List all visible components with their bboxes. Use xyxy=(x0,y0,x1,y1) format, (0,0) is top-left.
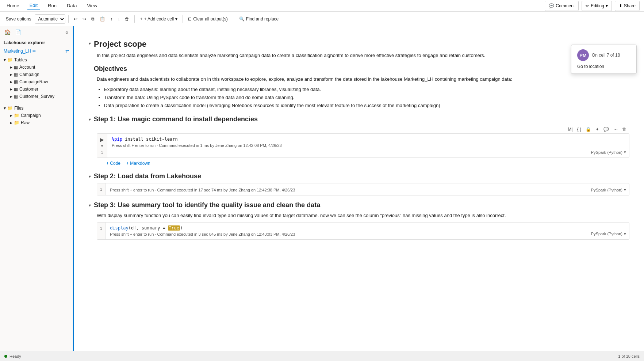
location-popup: PM On cell 7 of 18 Go to location xyxy=(571,45,637,74)
cell1-more-btn[interactable]: ⋯ xyxy=(612,126,619,133)
tables-header[interactable]: ▾ 📁 Tables xyxy=(0,56,73,64)
sidebar-icon-row: 🏠 📄 « xyxy=(0,26,73,38)
objectives-title: Objectives xyxy=(94,65,127,73)
tables-section: ▾ 📁 Tables ▸ ▦ Account ▸ ▦ Campaign ▸ ▦ … xyxy=(0,55,73,102)
paste-button[interactable]: 📋 xyxy=(97,14,107,24)
edit-icon: ✏ xyxy=(586,3,589,8)
step1-title: Step 1: Use magic command to install dep… xyxy=(94,115,258,123)
step2-cell-container: 1 Press shift + enter to run · Command e… xyxy=(97,183,629,195)
share-icon: ⬆ xyxy=(619,3,622,8)
ready-indicator xyxy=(4,355,7,358)
sidebar-item-campaign[interactable]: ▸ ▦ Campaign xyxy=(0,71,73,78)
save-group: Save options Automatic xyxy=(3,14,65,24)
cell1-collapse-btn[interactable]: ▾ xyxy=(101,144,103,148)
sidebar-item-raw[interactable]: ▸ 📁 Raw xyxy=(0,119,73,126)
expand-icon-2: ▸ xyxy=(10,72,12,77)
cell1-run-button[interactable]: ▶ xyxy=(100,137,104,142)
cell1-delete-btn[interactable]: 🗑 xyxy=(621,126,628,133)
files-section: ▾ 📁 Files ▸ 📁 Campaign ▸ 📁 Raw xyxy=(0,102,73,128)
table-icon: ▦ xyxy=(14,65,18,70)
chevron-down-icon-3: ▾ xyxy=(624,150,626,155)
chevron-down-icon-2: ▾ xyxy=(175,16,177,22)
collapse-step3[interactable]: ▾ xyxy=(89,203,91,208)
objectives-header: ▾ Objectives xyxy=(89,65,629,73)
cell3-code[interactable]: display(df, summary = True) xyxy=(110,225,584,231)
menu-edit[interactable]: Edit xyxy=(27,1,40,10)
step3-header: ▾ Step 3: Use summary tool to identify t… xyxy=(89,201,629,209)
menu-home[interactable]: Home xyxy=(4,1,22,10)
add-markdown-btn-1[interactable]: + Markdown xyxy=(125,160,152,167)
cell1-body[interactable]: %pip install scikit-learn Press shift + … xyxy=(107,134,588,157)
cell3-body[interactable]: display(df, summary = True) Press shift … xyxy=(106,223,588,239)
editing-button[interactable]: ✏ Editing ▾ xyxy=(582,1,612,11)
sidebar-file-icon[interactable]: 📄 xyxy=(14,28,22,36)
user-avatar: PM xyxy=(577,49,589,61)
chevron-down-icon: ▾ xyxy=(606,3,608,8)
comment-button[interactable]: 💬 Comment xyxy=(545,1,579,11)
cell2-line-num: 1 xyxy=(100,186,102,191)
add-code-cell-button[interactable]: + + Add code cell ▾ xyxy=(138,14,180,24)
cell1-star-btn[interactable]: ✦ xyxy=(594,126,601,133)
collapse-step2[interactable]: ▾ xyxy=(89,174,91,179)
clear-outputs-button[interactable]: ⊡ Clear all output(s) xyxy=(186,14,230,24)
delete-button[interactable]: 🗑 xyxy=(123,14,131,24)
sidebar-item-account[interactable]: ▸ ▦ Account xyxy=(0,64,73,71)
cell2-body[interactable]: Press shift + enter to run · Command exe… xyxy=(106,183,588,195)
cell2-run-area: 1 xyxy=(97,183,106,195)
main-layout: 🏠 📄 « Lakehouse explorer Marketing_LH ✏ … xyxy=(0,26,644,351)
share-button[interactable]: ⬆ Share xyxy=(615,1,640,11)
cell1-lang[interactable]: PySpark (Python) ▾ xyxy=(591,150,626,155)
cell1-code-btn[interactable]: { } xyxy=(576,126,583,133)
step3-cell-container: 1 display(df, summary = True) Press shif… xyxy=(97,222,629,240)
save-mode-select[interactable]: Automatic xyxy=(35,14,65,24)
clear-icon: ⊡ xyxy=(188,16,192,22)
cell1-code[interactable]: %pip install scikit-learn xyxy=(112,137,584,142)
undo-button[interactable]: ↩ xyxy=(72,14,80,24)
redo-button[interactable]: ↪ xyxy=(80,14,88,24)
objective-2: Transform the data: Using PySpark code t… xyxy=(104,94,629,102)
cell1-comment-btn[interactable]: 💬 xyxy=(602,126,610,133)
table-icon-2: ▦ xyxy=(14,72,18,77)
cell3-lang[interactable]: PySpark (Python) ▾ xyxy=(591,232,626,236)
sidebar-home-icon[interactable]: 🏠 xyxy=(4,28,11,36)
sidebar-item-campaign-file[interactable]: ▸ 📁 Campaign xyxy=(0,112,73,119)
go-to-location-button[interactable]: Go to location xyxy=(577,64,630,69)
menu-run[interactable]: Run xyxy=(46,1,59,10)
cell2-lang[interactable]: PySpark (Python) ▾ xyxy=(591,187,626,192)
collapse-project-scope[interactable]: ▾ xyxy=(89,41,91,46)
cell2-status: Press shift + enter to run · Command exe… xyxy=(110,188,584,192)
marketing-label[interactable]: Marketing_LH ✏ ⇄ xyxy=(0,48,73,55)
collapse-step1[interactable]: ▾ xyxy=(89,117,91,122)
find-replace-label: Find and replace xyxy=(246,16,279,22)
cell1-ml-btn[interactable]: M| xyxy=(567,126,574,133)
table-icon-4: ▦ xyxy=(14,87,18,92)
expand-icon-3: ▸ xyxy=(10,79,12,84)
edit-tools: ↩ ↪ ⧉ 📋 ↑ ↓ 🗑 xyxy=(72,14,131,24)
files-header[interactable]: ▾ 📁 Files xyxy=(0,104,73,112)
cell1-lock-btn[interactable]: 🔒 xyxy=(584,126,593,133)
copy-button[interactable]: ⧉ xyxy=(89,14,97,24)
menu-view[interactable]: View xyxy=(85,1,99,10)
toolbar-sep-1 xyxy=(68,15,69,23)
project-scope-desc: In this project data engineers and data … xyxy=(97,52,629,59)
move-up-button[interactable]: ↑ xyxy=(108,14,115,24)
avatar-row: PM On cell 7 of 18 xyxy=(577,49,630,61)
save-options-button[interactable]: Save options xyxy=(3,14,34,24)
sidebar-item-customer[interactable]: ▸ ▦ Customer xyxy=(0,86,73,93)
toolbar-sep-3 xyxy=(183,15,183,23)
top-right-actions: 💬 Comment ✏ Editing ▾ ⬆ Share xyxy=(545,1,640,11)
sidebar-collapse-btn[interactable]: « xyxy=(65,28,69,36)
sidebar-item-campaignraw[interactable]: ▸ ▦ CampaignRaw xyxy=(0,78,73,86)
toolbar: Save options Automatic ↩ ↪ ⧉ 📋 ↑ ↓ 🗑 + +… xyxy=(0,12,644,26)
menu-data[interactable]: Data xyxy=(65,1,79,10)
toolbar-sep-2 xyxy=(134,15,135,23)
move-down-button[interactable]: ↓ xyxy=(115,14,122,24)
folder-icon-2: 📁 xyxy=(14,113,19,118)
expand-icon-6: ▸ xyxy=(10,113,12,118)
tables-expand-icon: ▾ xyxy=(4,57,6,62)
content-area: ▾ Project scope In this project data eng… xyxy=(74,26,644,351)
cell-count: 1 of 18 cells xyxy=(618,354,640,358)
find-replace-button[interactable]: 🔍 Find and replace xyxy=(236,14,281,24)
sidebar-item-customer-survey[interactable]: ▸ ▦ Customer_Survey xyxy=(0,93,73,100)
add-code-btn-1[interactable]: + Code xyxy=(105,160,122,167)
